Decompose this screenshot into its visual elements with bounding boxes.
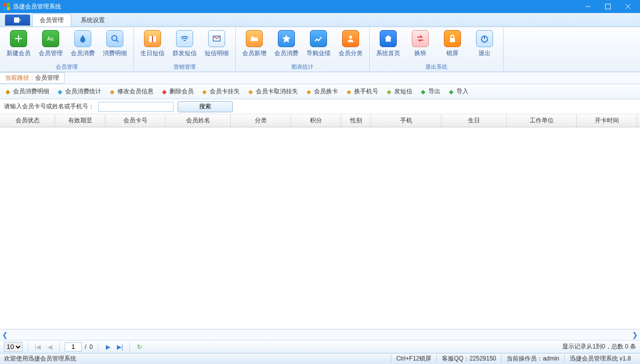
action-card-lost[interactable]: ◆会员卡挂失 bbox=[201, 87, 240, 96]
ribbon-group-label: 会员管理 bbox=[4, 62, 129, 72]
home-icon bbox=[380, 30, 397, 47]
titlebar: 迅捷会员管理系统 bbox=[0, 0, 640, 13]
ribbon: 新建会员 Aa会员管理 会员消费 消费明细 会员管理 生日短信 群发短信 短信明… bbox=[0, 27, 640, 72]
delete-icon: ◆ bbox=[161, 88, 168, 95]
window-title: 迅捷会员管理系统 bbox=[13, 3, 578, 11]
search-icon bbox=[106, 30, 123, 47]
member-consume-button[interactable]: 会员消费 bbox=[68, 28, 97, 58]
chart-icon bbox=[310, 30, 327, 47]
mail-icon bbox=[208, 30, 225, 47]
next-page-button[interactable]: ▶ bbox=[103, 342, 112, 351]
plus-icon bbox=[10, 30, 27, 47]
ribbon-group-marketing: 生日短信 群发短信 短信明细 营销管理 bbox=[134, 27, 236, 72]
search-button[interactable]: 搜索 bbox=[178, 101, 233, 112]
action-delete[interactable]: ◆删除会员 bbox=[161, 87, 194, 96]
sys-home-button[interactable]: 系统首页 bbox=[374, 28, 403, 58]
last-page-button[interactable]: ▶| bbox=[115, 342, 124, 351]
scroll-left-icon[interactable]: ❮ bbox=[2, 331, 8, 339]
export-icon: ◆ bbox=[419, 88, 426, 95]
status-bar: 欢迎使用迅捷会员管理系统 Ctrl+F12锁屏 客服QQ：22529150 当前… bbox=[0, 353, 640, 364]
refresh-button[interactable]: ↻ bbox=[135, 342, 144, 351]
star-icon bbox=[278, 30, 295, 47]
new-member-button[interactable]: 新建会员 bbox=[4, 28, 33, 58]
page-input[interactable] bbox=[65, 342, 82, 351]
col-phone[interactable]: 手机 bbox=[371, 114, 441, 127]
edit-info-icon: ◆ bbox=[108, 88, 115, 95]
action-export[interactable]: ◆导出 bbox=[419, 87, 440, 96]
pagesize-select[interactable]: 10 bbox=[4, 342, 23, 352]
svg-rect-1 bbox=[14, 18, 20, 23]
tab-member-manage[interactable]: 会员管理 bbox=[32, 14, 71, 27]
consume-detail-icon: ◆ bbox=[4, 88, 11, 95]
folder-icon bbox=[246, 30, 263, 47]
status-version: 迅捷会员管理系统 v1.8 bbox=[564, 354, 636, 363]
first-page-button[interactable]: |◀ bbox=[33, 342, 42, 351]
guide-perf-button[interactable]: 导购业绩 bbox=[304, 28, 333, 58]
file-menu-button[interactable] bbox=[5, 15, 30, 26]
scroll-right-icon[interactable]: ❯ bbox=[632, 331, 638, 339]
svg-text:Aa: Aa bbox=[47, 36, 54, 42]
col-category[interactable]: 分类 bbox=[231, 114, 291, 127]
lock-button[interactable]: 锁屏 bbox=[438, 28, 467, 58]
action-card-unlost[interactable]: ◆会员卡取消挂失 bbox=[247, 87, 298, 96]
close-button[interactable] bbox=[618, 0, 638, 13]
status-welcome: 欢迎使用迅捷会员管理系统 bbox=[4, 354, 76, 363]
col-name[interactable]: 会员姓名 bbox=[166, 114, 231, 127]
action-consume-stat[interactable]: ◆会员消费统计 bbox=[56, 87, 101, 96]
col-opendate[interactable]: 开卡时间 bbox=[577, 114, 637, 127]
svg-rect-6 bbox=[152, 36, 153, 42]
app-logo-icon bbox=[3, 3, 10, 10]
svg-rect-0 bbox=[605, 4, 610, 9]
col-birthday[interactable]: 生日 bbox=[441, 114, 507, 127]
ribbon-group-label: 退出系统 bbox=[374, 62, 499, 72]
card-lost-icon: ◆ bbox=[201, 88, 208, 95]
birthday-sms-button[interactable]: 生日短信 bbox=[138, 28, 167, 58]
col-expire[interactable]: 有效期至 bbox=[55, 114, 105, 127]
exit-button[interactable]: 退出 bbox=[470, 28, 499, 58]
send-sms-icon: ◆ bbox=[385, 88, 392, 95]
minimize-button[interactable] bbox=[578, 0, 598, 13]
menu-tabs: 会员管理 系统设置 bbox=[0, 13, 640, 27]
table-area: 会员状态有效期至会员卡号会员姓名分类积分性别手机生日工作单位开卡时间 bbox=[0, 114, 640, 329]
breadcrumb: 当前路径：会员管理 bbox=[0, 72, 640, 84]
action-change-phone[interactable]: ◆换手机号 bbox=[345, 87, 378, 96]
svg-rect-9 bbox=[450, 38, 455, 42]
col-points[interactable]: 积分 bbox=[291, 114, 341, 127]
consume-detail-button[interactable]: 消费明细 bbox=[100, 28, 129, 58]
prev-page-button[interactable]: ◀ bbox=[45, 342, 54, 351]
member-add-button[interactable]: 会员新增 bbox=[240, 28, 269, 58]
col-workunit[interactable]: 工作单位 bbox=[507, 114, 577, 127]
member-cat-button[interactable]: 会员分类 bbox=[336, 28, 365, 58]
action-consume-detail[interactable]: ◆会员消费明细 bbox=[4, 87, 49, 96]
power-icon bbox=[476, 30, 493, 47]
shift-button[interactable]: 换班 bbox=[406, 28, 435, 58]
col-status[interactable]: 会员状态 bbox=[0, 114, 55, 127]
horizontal-scroll[interactable]: ❮ ❯ bbox=[0, 329, 640, 340]
ribbon-group-exit: 系统首页 换班 锁屏 退出 退出系统 bbox=[370, 27, 504, 72]
maximize-button[interactable] bbox=[598, 0, 618, 13]
sms-detail-button[interactable]: 短信明细 bbox=[202, 28, 231, 58]
change-phone-icon: ◆ bbox=[345, 88, 352, 95]
member-spend-button[interactable]: 会员消费 bbox=[272, 28, 301, 58]
action-import[interactable]: ◆导入 bbox=[447, 87, 468, 96]
search-input[interactable] bbox=[98, 102, 174, 112]
svg-point-3 bbox=[112, 36, 117, 41]
category-icon bbox=[342, 30, 359, 47]
manage-member-button[interactable]: Aa会员管理 bbox=[36, 28, 65, 58]
change-card-icon: ◆ bbox=[305, 88, 312, 95]
col-cardno[interactable]: 会员卡号 bbox=[105, 114, 166, 127]
col-gender[interactable]: 性别 bbox=[341, 114, 371, 127]
consume-stat-icon: ◆ bbox=[56, 88, 63, 95]
action-change-card[interactable]: ◆会员换卡 bbox=[305, 87, 338, 96]
page-sep: / bbox=[85, 343, 86, 350]
action-bar: ◆会员消费明细◆会员消费统计◆修改会员信息◆删除会员◆会员卡挂失◆会员卡取消挂失… bbox=[0, 84, 640, 99]
tab-system-settings[interactable]: 系统设置 bbox=[73, 14, 112, 27]
action-send-sms[interactable]: ◆发短信 bbox=[385, 87, 412, 96]
status-lock: Ctrl+F12锁屏 bbox=[391, 354, 436, 363]
mass-sms-button[interactable]: 群发短信 bbox=[170, 28, 199, 58]
action-edit-info[interactable]: ◆修改会员信息 bbox=[108, 87, 153, 96]
drop-icon bbox=[74, 30, 91, 47]
svg-point-8 bbox=[349, 36, 352, 39]
search-bar: 请输入会员卡号或姓名或手机号： 搜索 bbox=[0, 99, 640, 114]
ribbon-group-member: 新建会员 Aa会员管理 会员消费 消费明细 会员管理 bbox=[0, 27, 134, 72]
